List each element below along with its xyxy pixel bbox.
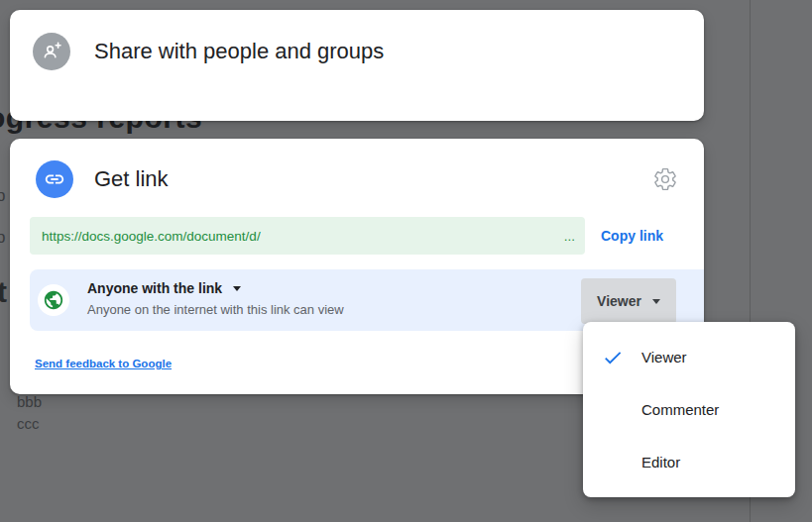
check-spacer [602, 399, 624, 421]
menu-item-label: Editor [641, 454, 680, 470]
background-text-fragment: p [0, 186, 5, 206]
chevron-down-icon [652, 299, 660, 304]
menu-item-editor[interactable]: Editor [583, 436, 795, 488]
menu-item-commenter[interactable]: Commenter [583, 383, 795, 436]
link-icon [36, 160, 73, 198]
menu-item-label: Commenter [641, 401, 719, 418]
globe-icon [38, 284, 69, 316]
role-menu: Viewer Commenter Editor [583, 322, 795, 497]
link-settings-gear-icon[interactable] [652, 166, 678, 192]
share-dialog-title: Share with people and groups [94, 39, 384, 64]
copy-link-button[interactable]: Copy link [601, 217, 663, 255]
share-dialog[interactable]: Share with people and groups [10, 10, 704, 121]
role-dropdown-label: Viewer [597, 293, 641, 309]
scope-label: Anyone with the link [87, 280, 222, 296]
link-url-field[interactable]: https://docs.google.com/document/d/ ... [30, 217, 585, 255]
role-dropdown-button[interactable]: Viewer [581, 278, 676, 324]
background-text-fragment: bbb [17, 391, 42, 412]
background-text-fragment: ccc [17, 413, 40, 434]
check-spacer [602, 452, 624, 473]
person-add-icon [33, 33, 70, 70]
scope-dropdown[interactable]: Anyone with the link [87, 280, 344, 296]
background-text-fragment: p [0, 228, 5, 248]
menu-item-viewer[interactable]: Viewer [583, 331, 795, 383]
link-url-ellipsis: ... [564, 229, 575, 244]
scope-description: Anyone on the internet with this link ca… [87, 302, 344, 317]
link-url-text: https://docs.google.com/document/d/ [42, 229, 558, 244]
screen: ogress reports p p t bbb ccc Share with … [0, 0, 812, 522]
chevron-down-icon [233, 286, 241, 291]
get-link-dialog-title: Get link [94, 166, 169, 192]
menu-item-label: Viewer [641, 349, 687, 365]
background-text-fragment: t [0, 275, 7, 309]
send-feedback-link[interactable]: Send feedback to Google [35, 358, 172, 369]
check-icon [602, 347, 624, 368]
